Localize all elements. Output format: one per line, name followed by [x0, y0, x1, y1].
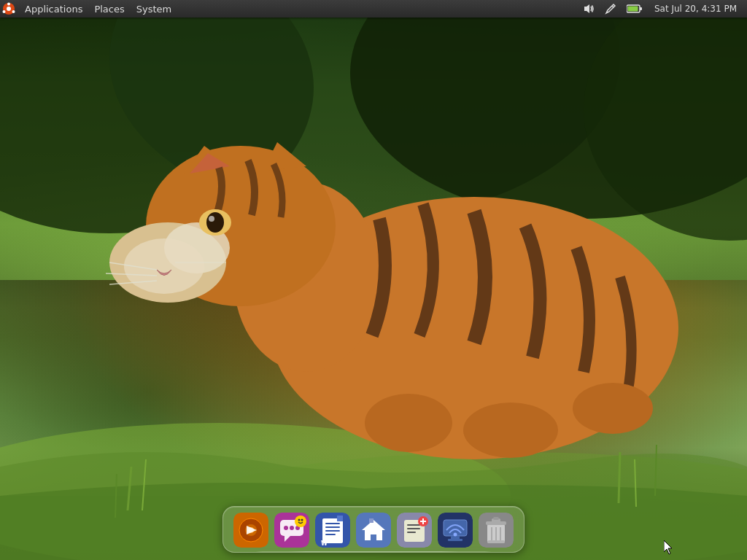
svg-line-29	[619, 452, 620, 503]
rhythmbox-dock-icon[interactable]	[232, 511, 270, 549]
network-dock-icon[interactable]	[436, 511, 474, 549]
trash-dock-icon[interactable]	[477, 511, 515, 549]
svg-text:W: W	[321, 540, 328, 547]
svg-point-33	[7, 7, 11, 11]
svg-rect-66	[407, 532, 416, 533]
writer-dock-icon[interactable]: W	[314, 511, 352, 549]
dock: W	[222, 506, 525, 553]
tomboy-dock-icon[interactable]	[395, 511, 433, 549]
desktop: Applications Places System	[0, 0, 747, 560]
svg-point-18	[209, 216, 214, 222]
svg-point-49	[290, 526, 294, 530]
svg-rect-56	[325, 523, 340, 524]
svg-point-35	[12, 10, 15, 13]
wallpaper-tiger	[0, 0, 747, 560]
ubuntu-logo-icon[interactable]	[0, 0, 18, 18]
home-folder-dock-icon[interactable]	[355, 511, 392, 549]
empathy-dock-icon[interactable]	[273, 511, 311, 549]
svg-rect-64	[407, 524, 420, 526]
svg-point-17	[206, 212, 224, 233]
places-menu[interactable]: Places	[88, 0, 130, 18]
svg-rect-58	[325, 530, 340, 532]
svg-rect-83	[487, 540, 505, 543]
svg-point-53	[301, 519, 303, 521]
svg-rect-40	[627, 7, 638, 12]
top-panel: Applications Places System	[0, 0, 747, 18]
svg-point-52	[298, 519, 301, 521]
svg-point-23	[365, 394, 452, 452]
svg-point-34	[7, 3, 10, 6]
svg-rect-59	[325, 534, 336, 535]
svg-line-37	[612, 6, 614, 7]
svg-rect-39	[640, 7, 642, 10]
svg-point-24	[463, 402, 558, 458]
volume-icon[interactable]	[580, 0, 597, 18]
datetime-display[interactable]: Sat Jul 20, 4:31 PM	[650, 0, 741, 18]
system-menu[interactable]: System	[131, 0, 177, 18]
svg-point-74	[454, 533, 457, 537]
panel-right: Sat Jul 20, 4:31 PM	[580, 0, 747, 18]
svg-point-51	[295, 516, 306, 527]
svg-rect-65	[407, 528, 420, 529]
applications-menu[interactable]: Applications	[19, 0, 88, 18]
svg-rect-73	[448, 539, 462, 541]
svg-rect-79	[493, 517, 499, 520]
svg-rect-57	[325, 526, 340, 528]
svg-point-25	[573, 383, 653, 434]
panel-left: Applications Places System	[0, 0, 177, 18]
svg-rect-72	[451, 536, 460, 539]
pen-icon[interactable]	[602, 0, 619, 18]
svg-point-48	[284, 526, 288, 530]
svg-point-36	[3, 10, 6, 13]
battery-icon[interactable]	[624, 0, 646, 18]
